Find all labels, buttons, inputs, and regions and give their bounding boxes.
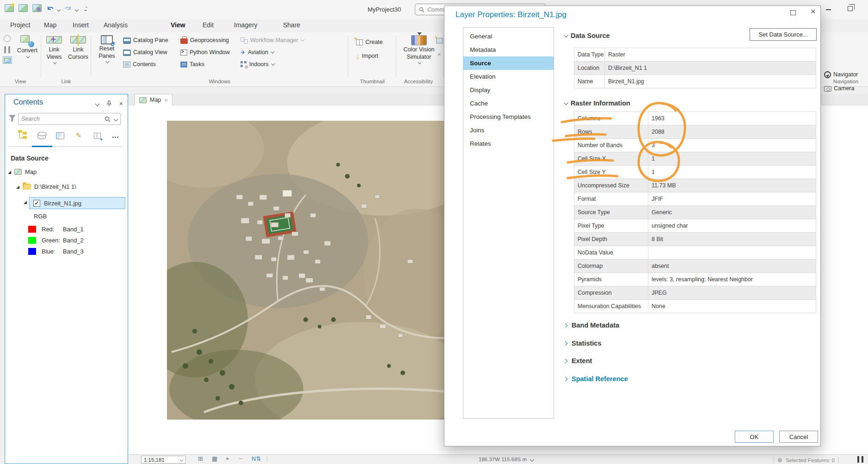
row-value[interactable]: Birzeit_N1.jpg (605, 75, 816, 88)
pane-options-chevron-icon[interactable] (95, 101, 99, 106)
dialog-close-icon[interactable]: × (811, 7, 816, 17)
tab-project[interactable]: Project (10, 21, 31, 29)
list-by-selection-tab[interactable] (54, 130, 66, 141)
link-views-button[interactable]: Link Views (43, 35, 66, 64)
row-value[interactable]: 1 (648, 152, 816, 165)
row-value[interactable]: Raster (605, 48, 816, 61)
undo-icon[interactable] (46, 5, 55, 13)
filter-icon[interactable] (9, 115, 16, 122)
set-data-source-button[interactable]: Set Data Source... (750, 28, 817, 41)
section-raster-information[interactable]: Raster Information (564, 99, 630, 107)
tab-share[interactable]: Share (283, 21, 300, 29)
list-by-data-source-tab[interactable] (36, 130, 48, 141)
convert-button[interactable]: Convert (14, 35, 41, 58)
save-project-icon[interactable] (32, 4, 42, 12)
catalog-pane-button[interactable]: Catalog Pane (123, 35, 168, 45)
north-arrow-icon[interactable]: N⇅ (252, 455, 261, 462)
color-vision-simulator-button[interactable]: Color Vision Simulator (400, 35, 437, 64)
list-by-editing-tab[interactable]: ✎ (73, 130, 85, 141)
section-statistics[interactable]: Statistics (564, 340, 601, 347)
row-value[interactable]: 2088 (648, 125, 816, 138)
tab-imagery[interactable]: Imagery (234, 21, 258, 29)
measure-dots-icon[interactable]: ┄ (239, 455, 242, 462)
dialog-tab-source[interactable]: Source (463, 56, 554, 70)
section-data-source[interactable]: Data Source (564, 32, 610, 39)
grid-add-icon[interactable]: ⊞ (198, 455, 203, 462)
dialog-tab-elevation[interactable]: Elevation (463, 70, 554, 83)
row-value[interactable]: 1963 (648, 112, 816, 125)
window-minimize-button[interactable] (826, 9, 831, 10)
camera-button[interactable]: Camera (824, 83, 854, 93)
redo-dropdown-icon[interactable] (75, 8, 79, 12)
snap-target-icon[interactable]: ⌖ (226, 455, 229, 463)
dialog-maximize-icon[interactable] (790, 10, 796, 15)
layer-visibility-checkbox[interactable]: ✓ (33, 200, 40, 207)
dialog-tab-processing-templates[interactable]: Processing Templates (463, 110, 554, 124)
open-project-icon[interactable] (18, 4, 28, 12)
redo-icon[interactable] (64, 5, 72, 13)
map-scale-combo[interactable]: 1:15,181 (141, 456, 186, 464)
grid-icon[interactable]: ▦ (212, 455, 217, 462)
map-view-icon[interactable] (3, 56, 12, 64)
more-options-button[interactable]: … (110, 130, 122, 141)
tasks-button[interactable]: Tasks (180, 59, 204, 69)
row-value[interactable]: 1 (648, 166, 816, 179)
window-restore-button[interactable] (848, 6, 853, 11)
tab-insert[interactable]: Insert (73, 21, 89, 29)
row-value[interactable]: 8 Bit (648, 233, 816, 246)
row-value[interactable]: None (648, 300, 816, 313)
aerial-imagery[interactable] (167, 121, 449, 420)
dialog-tab-cache[interactable]: Cache (463, 97, 554, 110)
pin-icon[interactable] (106, 100, 112, 107)
dialog-tab-metadata[interactable]: Metadata (463, 43, 554, 56)
workflow-manager-button[interactable]: Workflow Manager (240, 35, 303, 45)
globe-icon[interactable] (4, 35, 11, 42)
row-value[interactable]: Generic (648, 206, 816, 219)
aviation-button[interactable]: ✈ Aviation (240, 47, 273, 57)
customize-quick-access-icon[interactable]: ⌄̄ (83, 6, 88, 12)
reset-panes-button[interactable]: Reset Panes (94, 35, 119, 63)
navigator-button[interactable]: Navigator (824, 69, 858, 80)
expand-triangle-icon[interactable]: ◢ (24, 200, 27, 204)
row-value[interactable]: 11.73 MB (648, 179, 816, 192)
contents-button[interactable]: Contents (123, 59, 156, 69)
dialog-tab-general[interactable]: General (463, 30, 554, 43)
row-value[interactable]: absent (648, 260, 816, 272)
row-value[interactable]: JFIF (648, 192, 816, 205)
row-value[interactable] (648, 246, 816, 259)
row-value[interactable]: D:\Birzeit_N1 1 (605, 62, 816, 74)
new-project-icon[interactable] (5, 4, 14, 12)
map-view-tab[interactable]: Map × (135, 94, 172, 105)
cancel-button[interactable]: Cancel (779, 431, 818, 443)
row-value[interactable]: unsigned char (648, 219, 816, 232)
section-band-metadata[interactable]: Band Metadata (564, 322, 619, 329)
locate-icon[interactable] (4, 46, 10, 53)
ok-button[interactable]: OK (735, 431, 774, 443)
geoprocessing-button[interactable]: Geoprocessing (180, 35, 229, 45)
dialog-tab-joins[interactable]: Joins (463, 124, 554, 137)
tree-item-folder[interactable]: ◢ D:\Birzeit_N1 1\ (16, 183, 76, 190)
row-value[interactable]: JPEG (648, 286, 816, 299)
tab-map[interactable]: Map (44, 21, 56, 29)
list-by-labeling-tab[interactable] (91, 130, 103, 141)
section-extent[interactable]: Extent (564, 357, 592, 365)
python-window-button[interactable]: Python Window (180, 47, 230, 57)
list-by-drawing-order-tab[interactable] (17, 130, 29, 141)
dialog-tab-display[interactable]: Display (463, 83, 554, 97)
tab-view[interactable]: View (171, 21, 185, 29)
dialog-tab-relates[interactable]: Relates (463, 137, 554, 150)
expand-triangle-icon[interactable]: ◢ (8, 170, 11, 174)
coordinates-readout[interactable]: 186.37W 115.68S m (479, 457, 534, 462)
search-dropdown-icon[interactable] (114, 117, 118, 121)
tree-item-map[interactable]: ◢ Map (8, 168, 37, 175)
tree-item-layer-selected[interactable]: ✓ Birzeit_N1.jpg (29, 197, 125, 209)
tab-edit[interactable]: Edit (203, 21, 214, 29)
close-tab-icon[interactable]: × (164, 97, 168, 104)
undo-dropdown-icon[interactable] (57, 8, 61, 12)
section-spatial-reference[interactable]: Spatial Reference (564, 375, 628, 383)
close-animation-icon[interactable]: × (437, 51, 441, 58)
row-value[interactable]: 3 (648, 139, 816, 152)
expand-triangle-icon[interactable]: ◢ (16, 185, 19, 189)
create-thumbnail-button[interactable]: Create (356, 37, 383, 47)
close-pane-icon[interactable]: × (119, 100, 123, 107)
